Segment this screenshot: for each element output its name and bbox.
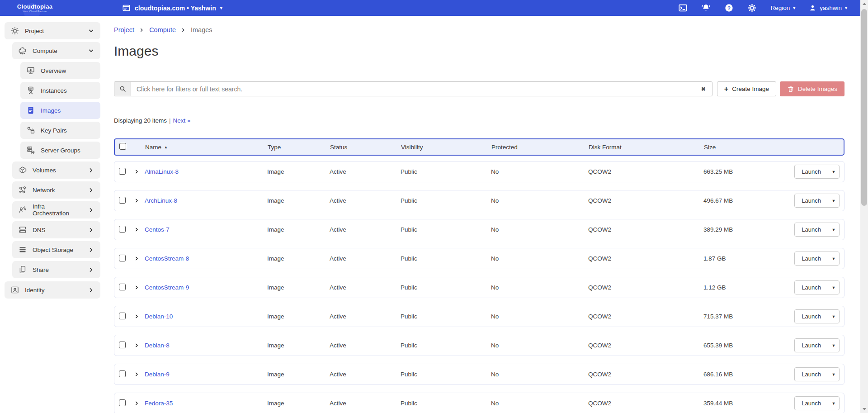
- help-icon[interactable]: ?: [724, 3, 734, 13]
- image-name-link[interactable]: Fedora-35: [145, 400, 267, 407]
- launch-dropdown-caret-icon[interactable]: ▼: [828, 194, 839, 207]
- column-header-disk-format[interactable]: Disk Format: [589, 144, 704, 151]
- row-checkbox[interactable]: [119, 168, 126, 175]
- svg-text:?: ?: [727, 5, 731, 11]
- row-checkbox[interactable]: [119, 226, 126, 233]
- launch-button[interactable]: Launch: [795, 368, 828, 381]
- sidebar-item-volumes[interactable]: Volumes: [12, 161, 100, 179]
- image-name-link[interactable]: Debian-10: [145, 313, 267, 320]
- cell-visibility: Public: [401, 400, 491, 407]
- create-image-button[interactable]: + Create Image: [717, 81, 776, 96]
- clear-search-icon[interactable]: ✖: [695, 86, 712, 92]
- sidebar-item-dns[interactable]: DNS: [12, 221, 100, 238]
- cell-protected: No: [491, 371, 588, 378]
- sidebar-item-share[interactable]: Share: [12, 261, 100, 278]
- row-expand-chevron-icon[interactable]: [134, 256, 140, 261]
- row-expand-chevron-icon[interactable]: [134, 400, 140, 406]
- row-checkbox[interactable]: [119, 370, 126, 377]
- sidebar-item-identity[interactable]: Identity: [5, 281, 100, 299]
- launch-button[interactable]: Launch: [795, 252, 828, 265]
- launch-dropdown-caret-icon[interactable]: ▼: [828, 368, 839, 381]
- cell-visibility: Public: [401, 371, 491, 378]
- launch-button[interactable]: Launch: [795, 165, 828, 178]
- search-input[interactable]: [131, 85, 695, 93]
- cell-disk-format: QCOW2: [588, 342, 703, 349]
- image-name-link[interactable]: Debian-9: [145, 371, 267, 378]
- row-checkbox[interactable]: [119, 197, 126, 204]
- cell-status: Active: [330, 168, 401, 175]
- launch-dropdown-caret-icon[interactable]: ▼: [828, 165, 839, 178]
- sidebar-item-images[interactable]: Images: [20, 102, 100, 119]
- row-checkbox[interactable]: [119, 284, 126, 290]
- row-checkbox[interactable]: [119, 313, 126, 319]
- launch-dropdown-caret-icon[interactable]: ▼: [828, 310, 839, 323]
- cell-size: 389.29 MB: [703, 226, 781, 233]
- launch-dropdown-caret-icon[interactable]: ▼: [828, 339, 839, 352]
- column-header-status[interactable]: Status: [330, 144, 401, 151]
- launch-button[interactable]: Launch: [795, 281, 828, 294]
- cell-status: Active: [330, 313, 401, 320]
- launch-button[interactable]: Launch: [795, 194, 828, 207]
- launch-button[interactable]: Launch: [795, 310, 828, 323]
- launch-button[interactable]: Launch: [795, 397, 828, 410]
- scroll-up-arrow-icon[interactable]: [860, 0, 868, 8]
- breadcrumb-item-project[interactable]: Project: [114, 25, 134, 34]
- launch-button[interactable]: Launch: [795, 223, 828, 236]
- row-checkbox[interactable]: [119, 399, 126, 406]
- sidebar-item-server-groups[interactable]: Server Groups: [20, 142, 100, 159]
- launch-dropdown-caret-icon[interactable]: ▼: [828, 397, 839, 410]
- sidebar-item-project[interactable]: Project: [5, 22, 100, 39]
- settings-gear-icon[interactable]: [747, 3, 757, 13]
- column-header-type[interactable]: Type: [268, 144, 330, 151]
- launch-button[interactable]: Launch: [795, 339, 828, 352]
- launch-split-button: Launch ▼: [794, 396, 840, 410]
- image-name-link[interactable]: AlmaLinux-8: [145, 168, 267, 175]
- launch-dropdown-caret-icon[interactable]: ▼: [828, 281, 839, 294]
- user-label: yashwin: [820, 5, 842, 11]
- row-expand-chevron-icon[interactable]: [134, 313, 140, 319]
- image-name-link[interactable]: Debian-8: [145, 342, 267, 349]
- column-header-visibility[interactable]: Visibility: [401, 144, 491, 151]
- image-name-link[interactable]: ArchLinux-8: [145, 197, 267, 204]
- scrollbar-thumb[interactable]: [861, 9, 867, 206]
- image-name-link[interactable]: Centos-7: [145, 226, 267, 233]
- project-context-switcher[interactable]: cloudtopiaa.com • Yashwin ▾: [122, 4, 222, 12]
- brand-logo[interactable]: Cloudtopiaa Your Cloud Partner: [0, 4, 68, 13]
- context-label: cloudtopiaa.com • Yashwin: [135, 5, 216, 12]
- row-expand-chevron-icon[interactable]: [134, 285, 140, 290]
- column-header-protected[interactable]: Protected: [491, 144, 589, 151]
- launch-dropdown-caret-icon[interactable]: ▼: [828, 223, 839, 236]
- sidebar-item-key-pairs[interactable]: Key Pairs: [20, 122, 100, 139]
- row-checkbox[interactable]: [119, 255, 126, 261]
- breadcrumb-item-compute[interactable]: Compute: [149, 25, 176, 34]
- sidebar-item-compute[interactable]: Compute: [12, 42, 100, 59]
- row-checkbox[interactable]: [119, 342, 126, 348]
- sidebar-item-overview[interactable]: Overview: [20, 62, 100, 79]
- page-scrollbar[interactable]: [860, 0, 868, 413]
- sidebar-item-object-storage[interactable]: Object Storage: [12, 241, 100, 258]
- sidebar-item-infra-orchestration[interactable]: Infra Orchestration: [12, 201, 100, 218]
- sidebar-item-instances[interactable]: Instances: [20, 82, 100, 99]
- image-name-link[interactable]: CentosStream-8: [145, 255, 267, 262]
- row-expand-chevron-icon[interactable]: [134, 227, 140, 233]
- launch-dropdown-caret-icon[interactable]: ▼: [828, 252, 839, 265]
- select-all-checkbox[interactable]: [119, 143, 126, 150]
- row-expand-chevron-icon[interactable]: [134, 198, 140, 204]
- next-page-link[interactable]: Next »: [173, 117, 191, 124]
- row-expand-chevron-icon[interactable]: [134, 342, 140, 348]
- sidebar-item-network[interactable]: Network: [12, 181, 100, 199]
- terminal-icon[interactable]: [678, 3, 688, 13]
- row-expand-chevron-icon[interactable]: [134, 371, 140, 377]
- column-header-name[interactable]: Name▲: [145, 144, 268, 151]
- column-header-size[interactable]: Size: [704, 144, 780, 151]
- image-name-link[interactable]: CentosStream-9: [145, 284, 267, 291]
- user-menu[interactable]: yashwin ▾: [809, 4, 847, 12]
- cell-type: Image: [267, 255, 330, 262]
- notifications-bell-icon[interactable]: [701, 3, 711, 13]
- region-menu[interactable]: Region ▾: [770, 5, 795, 11]
- row-expand-chevron-icon[interactable]: [134, 169, 140, 175]
- delete-images-button[interactable]: Delete Images: [780, 81, 844, 96]
- search-icon[interactable]: [114, 82, 131, 96]
- cell-protected: No: [491, 255, 588, 262]
- scroll-down-arrow-icon[interactable]: [860, 405, 868, 413]
